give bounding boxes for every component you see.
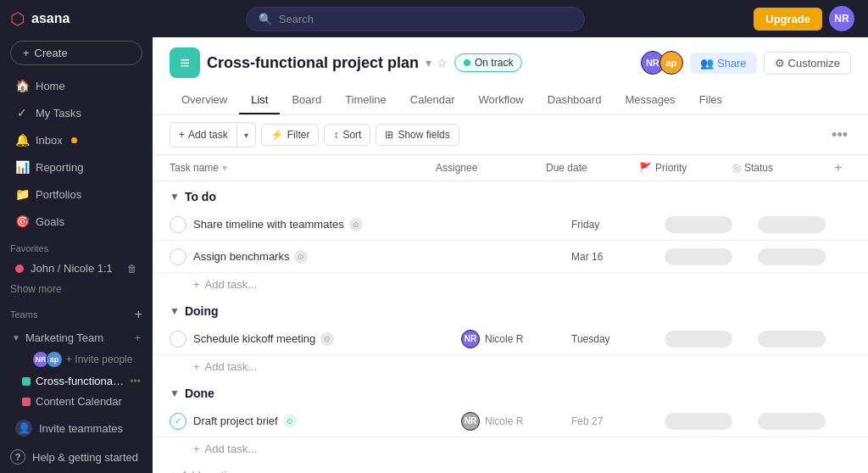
task-priority [665,331,758,348]
task-due-date: Mar 16 [571,251,665,263]
col-sort-icon[interactable]: ▾ [222,162,227,174]
tab-workflow[interactable]: Workflow [467,86,536,114]
task-priority [665,248,758,265]
project-item-content-calendar[interactable]: Content Calendar [5,392,147,411]
customize-button[interactable]: ⚙ Customize [764,52,851,75]
upgrade-button[interactable]: Upgrade [754,8,822,31]
search-box[interactable]: 🔍 Search [246,7,585,31]
sidebar-item-john-nicole[interactable]: John / Nicole 1:1 🗑 [5,258,147,279]
task-name-cell: Schedule kickoff meeting ⊙ [193,332,461,346]
task-name: Assign benchmarks [193,250,289,263]
plus-icon: + [179,129,185,141]
on-track-badge[interactable]: On track [454,53,522,72]
sort-button[interactable]: ↕ Sort [324,124,370,146]
asana-icon: ⬡ [10,8,25,29]
section-doing-header[interactable]: ▼ Doing [153,296,868,323]
sidebar-item-home[interactable]: 🏠 Home [5,73,147,98]
user-avatar[interactable]: NR [829,6,854,31]
project-title: Cross-functional project plan [207,54,419,72]
task-name: Draft project brief [193,415,278,427]
task-checkbox[interactable] [170,248,186,265]
dropdown-icon[interactable]: ▾ [426,56,431,70]
section-todo-header[interactable]: ▼ To do [153,181,868,209]
add-project-icon[interactable]: + [135,332,141,344]
add-team-button[interactable]: + [135,307,142,322]
status-pill [758,331,826,348]
tab-messages[interactable]: Messages [613,86,687,114]
add-task-main-button[interactable]: + Add task [170,125,236,145]
chevron-down-icon: ▼ [170,305,180,317]
plus-icon: + [170,469,176,473]
sidebar-item-my-tasks[interactable]: ✓ My Tasks [5,100,147,125]
member-avatar-ap: ap [659,51,683,75]
star-icon[interactable]: ☆ [437,56,448,70]
tab-files[interactable]: Files [687,86,734,114]
tab-dashboard[interactable]: Dashboard [536,86,614,114]
task-row[interactable]: Share timeline with teammates ⊙ Friday [153,209,868,241]
task-status [758,331,851,348]
tab-board[interactable]: Board [280,86,333,114]
task-row[interactable]: ✓ Draft project brief ⊙ NR Nicole R Feb … [153,405,868,437]
filter-icon: ⚡ [270,129,283,141]
task-assignee: NR Nicole R [461,330,571,348]
sidebar-item-inbox[interactable]: 🔔 Inbox [5,127,147,153]
share-button[interactable]: 👥 Share [690,53,757,74]
project-item-cross-functional[interactable]: Cross-functional pro... ••• [5,371,147,391]
show-more-button[interactable]: Show more [0,280,153,298]
add-task-inline-doing[interactable]: + Add task... [153,355,868,378]
project-header: ≡ Cross-functional project plan ▾ ☆ On t… [153,37,868,115]
add-task-button-group: + Add task ▾ [170,122,256,147]
tab-list[interactable]: List [239,86,280,114]
customize-icon: ⚙ [775,57,785,70]
task-checkbox-done[interactable]: ✓ [170,413,186,430]
task-due-date: Friday [571,219,665,231]
tab-overview[interactable]: Overview [170,86,239,114]
add-task-inline-done[interactable]: + Add task... [153,437,868,460]
asana-logo-text: asana [31,11,70,26]
project-members: NR ap [641,51,683,75]
sidebar-item-reporting[interactable]: 📊 Reporting [5,154,147,180]
filter-button[interactable]: ⚡ Filter [261,124,320,146]
task-status [758,216,851,233]
task-priority [665,216,758,233]
create-button[interactable]: + Create [10,41,142,65]
on-track-dot [464,59,470,66]
add-task-dropdown-button[interactable]: ▾ [237,126,255,144]
sidebar-item-goals[interactable]: 🎯 Goals [5,209,147,234]
task-checkbox[interactable] [170,331,186,348]
trash-icon[interactable]: 🗑 [127,263,137,275]
project-header-right: NR ap 👥 Share ⚙ Customize [641,51,851,75]
marketing-team-row[interactable]: ▼ Marketing Team + [5,327,147,348]
assignee-avatar: NR [461,412,480,431]
status-pill [758,216,826,233]
add-section-button[interactable]: + Add section [153,460,868,473]
project-title-icons: ▾ ☆ [426,56,448,70]
sidebar-item-portfolios[interactable]: 📁 Portfolios [5,181,147,207]
topbar: 🔍 Search Upgrade NR [153,0,868,37]
section-done-header[interactable]: ▼ Done [153,378,868,405]
assignee-avatar: NR [461,330,480,348]
priority-pill [665,413,732,430]
add-task-inline-todo[interactable]: + Add task... [153,273,868,296]
task-checkbox[interactable] [170,216,186,233]
tab-timeline[interactable]: Timeline [333,86,398,114]
task-status [758,248,851,265]
task-row[interactable]: Assign benchmarks ⊙ Mar 16 [153,241,868,273]
priority-pill [665,248,732,265]
col-assignee: Assignee [436,162,546,174]
col-status: ◎ Status [732,162,826,174]
tab-calendar[interactable]: Calendar [398,86,467,114]
help-item[interactable]: ? Help & getting started [0,442,153,471]
task-subtask-icon: ⊙ [349,218,363,231]
favorites-label: Favorites [0,235,153,257]
more-options-button[interactable]: ••• [828,126,851,144]
topbar-right: Upgrade NR [754,6,854,31]
invite-teammates-item[interactable]: 👤 Invite teammates [5,415,147,442]
task-name: Schedule kickoff meeting [193,332,315,345]
column-headers: Task name ▾ Assignee Due date 🚩 Priority… [153,155,868,181]
project-more-menu[interactable]: ••• [130,376,141,387]
task-row[interactable]: Schedule kickoff meeting ⊙ NR Nicole R T… [153,323,868,355]
add-column-button[interactable]: + [826,160,851,175]
invite-people-button[interactable]: NR ap + Invite people [5,348,147,370]
show-fields-button[interactable]: ⊞ Show fields [376,124,459,146]
